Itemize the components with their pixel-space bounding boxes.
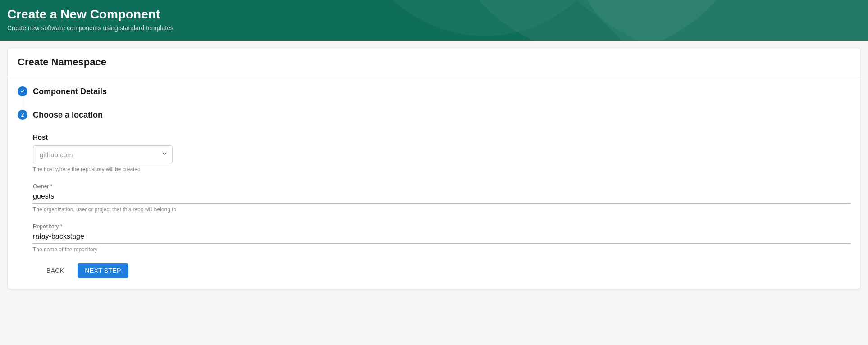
chevron-down-icon — [161, 150, 168, 159]
host-label: Host — [33, 133, 850, 141]
step-label: Component Details — [33, 87, 107, 96]
step-choose-location[interactable]: 2 Choose a location — [18, 110, 850, 120]
repository-label: Repository * — [33, 223, 850, 230]
page-title: Create a New Component — [7, 7, 861, 22]
repository-help: The name of the repository — [33, 246, 850, 253]
main-card: Create Namespace Component Details 2 Cho… — [7, 48, 861, 289]
host-select[interactable]: github.com — [33, 145, 173, 163]
button-row: Back Next Step — [33, 263, 850, 278]
owner-label: Owner * — [33, 183, 850, 190]
host-select-value: github.com — [33, 145, 173, 163]
card-header: Create Namespace — [8, 48, 860, 77]
step-label: Choose a location — [33, 110, 103, 120]
stepper: Component Details 2 Choose a location — [18, 86, 850, 120]
page-subtitle: Create new software components using sta… — [7, 24, 861, 32]
repository-field: Repository * The name of the repository — [33, 223, 850, 253]
back-button[interactable]: Back — [39, 263, 71, 278]
host-help: The host where the repository will be cr… — [33, 166, 850, 172]
owner-input[interactable] — [33, 191, 850, 204]
page-header: Create a New Component Create new softwa… — [0, 0, 868, 41]
owner-help: The organization, user or project that t… — [33, 206, 850, 213]
repository-input[interactable] — [33, 231, 850, 244]
host-field: Host github.com The host where the repos… — [33, 133, 850, 172]
checkmark-icon — [18, 86, 27, 96]
card-title: Create Namespace — [18, 56, 850, 68]
step-connector — [23, 98, 23, 108]
owner-field: Owner * The organization, user or projec… — [33, 183, 850, 213]
form-body: Host github.com The host where the repos… — [18, 120, 850, 278]
next-step-button[interactable]: Next Step — [78, 263, 128, 278]
step-number-icon: 2 — [18, 110, 27, 120]
step-component-details[interactable]: Component Details — [18, 86, 850, 96]
